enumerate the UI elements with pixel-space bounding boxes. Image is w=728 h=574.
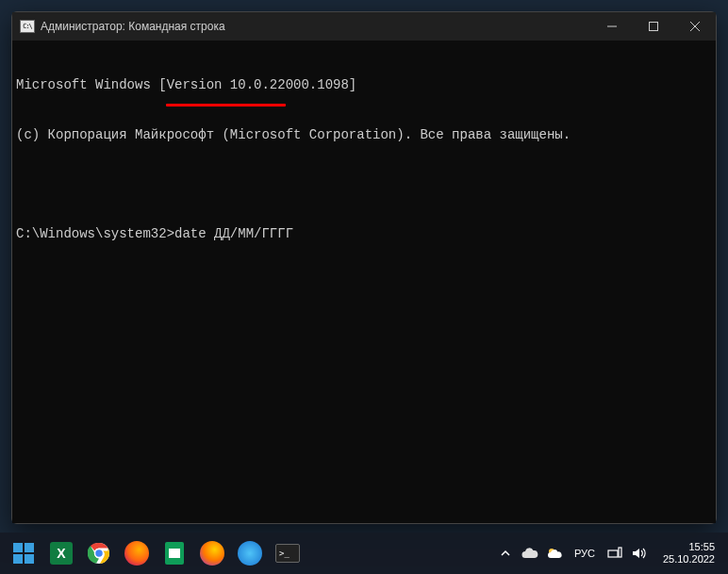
taskbar-clock[interactable]: 15:55 25.10.2022 xyxy=(655,541,722,566)
start-button[interactable] xyxy=(6,535,41,571)
network-icon[interactable] xyxy=(606,545,623,562)
svg-rect-7 xyxy=(25,554,34,564)
taskbar-app-chrome[interactable] xyxy=(81,535,117,571)
onedrive-icon[interactable] xyxy=(521,545,538,562)
clock-time: 15:55 xyxy=(663,541,715,553)
language-indicator[interactable]: РУС xyxy=(571,548,599,559)
cmd-icon: C:\ xyxy=(20,20,35,33)
svg-rect-5 xyxy=(25,543,34,552)
taskbar-app-circle[interactable] xyxy=(232,535,268,571)
taskbar-app-firefox[interactable] xyxy=(119,535,155,571)
prompt: C:\Windows\system32> xyxy=(16,226,174,241)
terminal-line: Microsoft Windows [Version 10.0.22000.10… xyxy=(16,77,712,94)
command-text: date ДД/ММ/ГГГГ xyxy=(174,226,293,241)
annotation-underline xyxy=(166,104,286,107)
taskbar: X >_ РУС xyxy=(0,533,728,574)
svg-rect-6 xyxy=(13,554,23,564)
close-button[interactable] xyxy=(674,12,716,41)
taskbar-app-excel[interactable]: X xyxy=(43,535,79,571)
taskbar-app-firefox2[interactable] xyxy=(194,535,230,571)
chevron-up-icon[interactable] xyxy=(497,545,514,562)
taskbar-app-cmd[interactable]: >_ xyxy=(270,535,306,571)
clock-date: 25.10.2022 xyxy=(663,553,715,566)
svg-rect-12 xyxy=(608,550,618,557)
svg-rect-4 xyxy=(13,543,23,552)
taskbar-app-sheets[interactable] xyxy=(157,535,192,571)
svg-rect-13 xyxy=(619,548,621,557)
window-title: Администратор: Командная строка xyxy=(41,20,591,33)
terminal-area[interactable]: Microsoft Windows [Version 10.0.22000.10… xyxy=(12,41,716,523)
svg-rect-1 xyxy=(650,23,658,31)
terminal-line: (с) Корпорация Майкрософт (Microsoft Cor… xyxy=(16,127,712,144)
maximize-button[interactable] xyxy=(633,12,674,41)
cmd-window: C:\ Администратор: Командная строка Micr… xyxy=(11,11,717,524)
minimize-button[interactable] xyxy=(591,12,633,41)
weather-icon[interactable] xyxy=(546,545,563,562)
system-tray: РУС 15:55 25.10.2022 xyxy=(497,541,722,566)
volume-icon[interactable] xyxy=(631,545,648,562)
terminal-prompt-line: C:\Windows\system32>date ДД/ММ/ГГГГ xyxy=(16,226,712,243)
titlebar[interactable]: C:\ Администратор: Командная строка xyxy=(12,12,716,41)
terminal-line xyxy=(16,176,712,193)
window-controls xyxy=(591,12,716,41)
